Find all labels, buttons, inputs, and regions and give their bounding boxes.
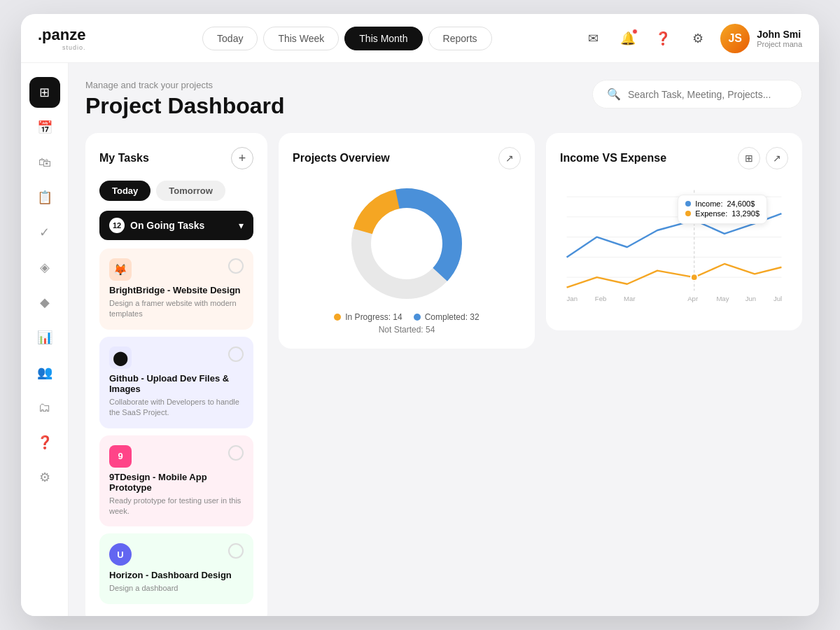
check-circle[interactable] xyxy=(228,543,244,559)
add-task-button[interactable]: + xyxy=(231,147,253,169)
tab-this-week[interactable]: This Week xyxy=(263,27,339,50)
tooltip-expense-row: Expense: 13,290$ xyxy=(685,209,760,218)
task-desc: Design a framer website with modern temp… xyxy=(109,298,244,320)
tasks-toggle: Today Tomorrow xyxy=(99,181,253,201)
expand-projects-button[interactable]: ↗ xyxy=(498,147,521,169)
task-icon: U xyxy=(109,543,132,566)
task-name: Horizon - Dashboard Design xyxy=(109,570,244,580)
search-box[interactable]: 🔍 xyxy=(592,80,802,108)
ongoing-label: On Going Tasks xyxy=(130,220,204,231)
check-circle[interactable] xyxy=(228,258,244,274)
task-name: Github - Upload Dev Files & Images xyxy=(109,373,244,394)
tooltip-expense-value: 13,290$ xyxy=(732,209,760,218)
task-item: ⬤ Github - Upload Dev Files & Images Col… xyxy=(99,337,253,428)
svg-text:Feb: Feb xyxy=(595,295,607,302)
expand-income-button[interactable]: ↗ xyxy=(766,147,788,169)
expense-dot xyxy=(691,274,698,281)
today-toggle[interactable]: Today xyxy=(99,181,150,201)
ongoing-left: 12 On Going Tasks xyxy=(109,218,204,233)
donut-chart: In Progress: 14 Completed: 32 Not Starte… xyxy=(293,181,521,335)
legend-completed: Completed: 32 xyxy=(414,312,479,322)
task-top: 🦊 xyxy=(109,258,244,281)
task-name: 9TDesign - Mobile App Prototype xyxy=(109,472,244,493)
avatar: JS xyxy=(720,24,750,53)
mail-button[interactable]: ✉ xyxy=(580,26,606,51)
legend-dot-orange xyxy=(334,314,341,321)
notification-dot xyxy=(632,29,638,34)
svg-text:Jan: Jan xyxy=(567,295,578,302)
sidebar-item-users[interactable]: 👥 xyxy=(29,357,60,388)
task-desc: Collaborate with Developers to handle th… xyxy=(109,397,244,419)
settings-button[interactable]: ⚙ xyxy=(685,26,710,51)
task-top: U xyxy=(109,543,244,566)
svg-text:May: May xyxy=(716,295,729,302)
user-info[interactable]: JS John Smi Project mana xyxy=(720,24,802,53)
tooltip-income-row: Income: 24,600$ xyxy=(685,200,760,208)
income-actions: ⊞ ↗ xyxy=(738,147,788,169)
tomorrow-toggle[interactable]: Tomorrow xyxy=(156,181,225,201)
notifications-button[interactable]: 🔔 xyxy=(615,26,640,51)
search-input[interactable] xyxy=(628,89,788,100)
task-icon: 🦊 xyxy=(109,258,132,281)
income-header: Income VS Expense ⊞ ↗ xyxy=(560,147,788,169)
chevron-down-icon: ▾ xyxy=(239,220,244,231)
task-desc: Design a dashboard xyxy=(109,583,244,594)
sidebar-item-files[interactable]: 🗂 xyxy=(29,392,60,423)
tab-this-month[interactable]: This Month xyxy=(344,27,422,50)
task-item: 🦊 BrightBridge - Website Design Design a… xyxy=(99,248,253,330)
sidebar-item-diamond[interactable]: ◆ xyxy=(29,287,60,318)
task-item: 9 9TDesign - Mobile App Prototype Ready … xyxy=(99,435,253,527)
sidebar-item-calendar[interactable]: 📅 xyxy=(29,112,60,143)
sidebar-item-check[interactable]: ✓ xyxy=(29,217,60,248)
svg-text:Jul: Jul xyxy=(774,295,782,302)
task-top: ⬤ xyxy=(109,346,244,369)
income-title: Income VS Expense xyxy=(560,152,666,164)
tasks-title: My Tasks xyxy=(99,152,149,164)
tooltip-expense-label: Expense: xyxy=(695,209,727,218)
legend-label: Completed: 32 xyxy=(425,312,479,322)
help-button[interactable]: ❓ xyxy=(650,26,676,51)
page-header: Manage and track your projects Project D… xyxy=(85,80,802,119)
task-icon: ⬤ xyxy=(109,346,132,369)
filter-income-button[interactable]: ⊞ xyxy=(738,147,760,169)
main-layout: ⊞ 📅 🛍 📋 ✓ ◈ ◆ 📊 👥 🗂 ❓ ⚙ Manage and track… xyxy=(21,63,819,616)
sidebar-item-tasks[interactable]: 📋 xyxy=(29,182,60,213)
income-expense-card: Income VS Expense ⊞ ↗ Income: 24,600$ xyxy=(546,133,802,330)
svg-text:Mar: Mar xyxy=(624,295,636,302)
nav-tabs: Today This Week This Month Reports xyxy=(113,27,580,50)
tooltip-expense-dot xyxy=(685,211,691,216)
legend-label: In Progress: 14 xyxy=(345,312,402,322)
projects-title: Projects Overview xyxy=(293,152,390,164)
sidebar-item-reports[interactable]: 📊 xyxy=(29,322,60,353)
tab-reports[interactable]: Reports xyxy=(428,27,492,50)
sidebar-item-help[interactable]: ❓ xyxy=(29,427,60,458)
header: .panze studio. Today This Week This Mont… xyxy=(21,14,819,63)
task-icon: 9 xyxy=(109,445,132,468)
legend-in-progress: In Progress: 14 xyxy=(334,312,402,322)
user-role: Project mana xyxy=(757,40,802,48)
task-item: U Horizon - Dashboard Design Design a da… xyxy=(99,533,253,603)
logo: .panze studio. xyxy=(38,26,85,51)
task-name: BrightBridge - Website Design xyxy=(109,285,244,295)
search-icon: 🔍 xyxy=(607,88,621,101)
ongoing-header[interactable]: 12 On Going Tasks ▾ xyxy=(99,211,253,240)
header-actions: ✉ 🔔 ❓ ⚙ JS John Smi Project mana xyxy=(580,24,802,53)
page-subtitle: Manage and track your projects xyxy=(85,80,285,90)
tab-today[interactable]: Today xyxy=(202,27,258,50)
sidebar-item-settings[interactable]: ⚙ xyxy=(29,462,60,493)
user-details: John Smi Project mana xyxy=(757,29,802,48)
sidebar-item-layers[interactable]: ◈ xyxy=(29,252,60,283)
tooltip-income-value: 24,600$ xyxy=(727,200,755,208)
check-circle[interactable] xyxy=(228,445,244,461)
sidebar-item-dashboard[interactable]: ⊞ xyxy=(29,77,60,108)
sidebar-item-shopping[interactable]: 🛍 xyxy=(29,147,60,178)
tasks-card-header: My Tasks + xyxy=(99,147,253,169)
logo-studio: studio. xyxy=(38,44,85,51)
tooltip-income-label: Income: xyxy=(695,200,722,208)
donut-legend: In Progress: 14 Completed: 32 xyxy=(334,312,479,322)
page-title-group: Manage and track your projects Project D… xyxy=(85,80,285,119)
task-top: 9 xyxy=(109,445,244,468)
user-name: John Smi xyxy=(757,29,802,40)
projects-header: Projects Overview ↗ xyxy=(293,147,521,169)
check-circle[interactable] xyxy=(228,346,244,362)
